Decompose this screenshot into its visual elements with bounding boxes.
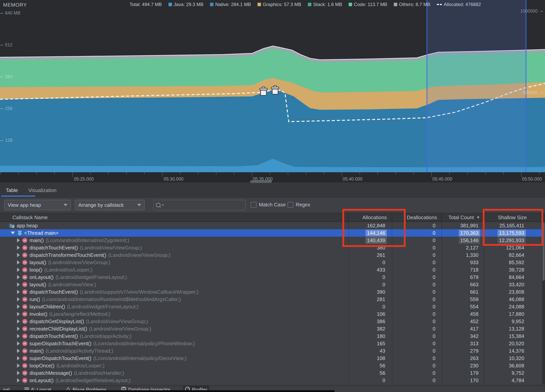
table-row[interactable]: mmain()(Lcom/android/internal/os/ZygoteI…	[0, 237, 542, 244]
expand-icon[interactable]	[17, 253, 20, 257]
table-row[interactable]: mloopOnce()(Landroid/os/Looper;)56023036…	[0, 362, 542, 369]
legend-label: Allocated: 476882	[444, 2, 481, 7]
table-row[interactable]: mdispatchTouchEvent()(Landroid/app/Activ…	[0, 332, 542, 340]
search-options-caret-icon[interactable]	[162, 205, 164, 206]
deallocations-cell: 0	[392, 266, 441, 274]
svg-text:m: m	[24, 334, 26, 338]
arrange-select-dropdown[interactable]: Arrange by callstack	[75, 200, 145, 210]
time-label: 05:40.000	[343, 176, 362, 182]
allocations-cell: 108	[348, 355, 392, 362]
cell-value: 417	[469, 325, 480, 332]
expand-icon[interactable]	[17, 319, 20, 324]
cell-value: 0	[431, 259, 437, 266]
cell-value: 0	[431, 289, 437, 295]
allocations-cell: 56	[348, 362, 392, 369]
expand-icon[interactable]	[17, 327, 20, 331]
method-icon: m	[22, 245, 28, 250]
table-row[interactable]: mdispatchGetDisplayList()(Landroid/view/…	[0, 318, 542, 325]
range-selection-overlay[interactable]	[427, 0, 526, 173]
svg-text:m: m	[24, 261, 26, 264]
thread-icon	[17, 230, 22, 236]
cell-value: 9,752	[510, 370, 526, 376]
time-tick	[288, 172, 288, 175]
class-name: (Landroid/view/ViewGroup;)	[89, 326, 151, 332]
allocations-cell: 390	[348, 288, 392, 296]
table-row[interactable]: mrecreateChildDisplayList()(Landroid/vie…	[0, 325, 542, 332]
expand-icon[interactable]	[17, 268, 20, 272]
table-row[interactable]: <Thread main>144,1460170,36313,175,593	[0, 229, 542, 237]
column-header-callstack[interactable]: Callstack Name	[0, 213, 348, 222]
table-row[interactable]: monLayout()(Landroid/widget/RelativeLayo…	[0, 377, 542, 384]
shallow-size-cell: 24,088	[484, 303, 542, 310]
expand-icon[interactable]	[17, 334, 20, 338]
total-count-cell: 179	[441, 369, 484, 377]
search-input[interactable]	[153, 200, 246, 210]
regex-option[interactable]: Regex	[288, 202, 310, 208]
shallow-size-cell: 33,420	[484, 281, 542, 288]
table-row[interactable]: mloop()(Landroid/os/Looper;)433071839,72…	[0, 266, 542, 274]
horizontal-scrollbar[interactable]	[250, 180, 272, 183]
deallocations-cell: 0	[392, 355, 441, 362]
table-row[interactable]: mlayoutChildren()(Landroid/widget/FrameL…	[0, 303, 542, 310]
table-row[interactable]: mlayout()(Landroid/view/ViewGroup;)00933…	[0, 259, 542, 266]
table-row[interactable]: msuperDispatchTouchEvent()(Lcom/android/…	[0, 340, 542, 347]
expand-icon[interactable]	[17, 290, 20, 294]
column-header-total-count[interactable]: Total Count ▼	[441, 213, 484, 222]
expand-icon[interactable]	[17, 238, 20, 243]
total-count-cell: 342	[441, 332, 484, 340]
svg-text:m: m	[24, 246, 26, 250]
expand-icon[interactable]	[17, 305, 20, 309]
class-name: (Landroid/widget/RelativeLayout;)	[56, 377, 130, 383]
cell-value: 0	[431, 377, 437, 384]
axis-tick	[0, 77, 3, 77]
time-label: 05:50.000	[522, 176, 542, 182]
expand-icon[interactable]	[17, 260, 20, 265]
shallow-size-cell: 14,376	[484, 347, 542, 355]
heap-select-dropdown[interactable]: View app heap	[4, 200, 71, 210]
tab-table[interactable]: Table	[6, 187, 18, 193]
legend-label: Graphics: 57.3 MB	[263, 2, 301, 7]
table-row[interactable]: mdispatchMessage()(Landroid/os/Handler;)…	[0, 369, 542, 377]
expand-icon[interactable]	[17, 246, 20, 250]
callstack-name-cell: mdispatchTouchEvent()(Landroid/app/Activ…	[0, 332, 348, 340]
expand-icon[interactable]	[17, 356, 20, 360]
cell-value: 15,384	[507, 333, 526, 340]
collapse-icon[interactable]	[11, 232, 15, 234]
expand-icon[interactable]	[17, 341, 20, 346]
table-row[interactable]: mlayout()(Landroid/view/View;)0066333,42…	[0, 281, 542, 288]
table-row[interactable]: monLayout()(Landroid/widget/FrameLayout;…	[0, 274, 542, 281]
table-row[interactable]: mdispatchTransformedTouchEvent()(Landroi…	[0, 251, 542, 259]
expand-icon[interactable]	[17, 363, 20, 368]
table-row[interactable]: msuperDispatchTouchEvent()(Lcom/android/…	[0, 355, 542, 362]
table-row[interactable]: minvoke()(Ljava/lang/reflect/Method;)106…	[0, 310, 542, 318]
allocations-cell: 0	[348, 303, 392, 310]
expand-icon[interactable]	[17, 282, 20, 287]
expand-icon[interactable]	[17, 275, 20, 279]
table-row[interactable]: mdispatchTouchEvent()(Landroid/support/v…	[0, 288, 542, 296]
gc-event-icon[interactable]	[272, 86, 279, 94]
expand-icon[interactable]	[17, 378, 20, 382]
regex-checkbox[interactable]	[288, 202, 293, 208]
gc-event-icon[interactable]	[260, 87, 267, 95]
cell-value: 661	[469, 289, 480, 295]
tab-visualization[interactable]: Visualization	[28, 187, 57, 193]
expand-icon[interactable]	[17, 371, 20, 375]
table-row[interactable]: mmain()(Landroid/app/ActivityThread;)430…	[0, 347, 542, 355]
expand-icon[interactable]	[17, 297, 20, 301]
table-row[interactable]: mdispatchTouchEvent()(Landroid/view/View…	[0, 244, 542, 251]
match-case-option[interactable]: Match Case	[251, 202, 286, 208]
shallow-size-cell: 17,880	[484, 310, 542, 318]
class-name: (Landroid/view/View;)	[48, 282, 96, 288]
method-name: <Thread main>	[24, 230, 58, 236]
total-count-cell: 230	[441, 362, 484, 369]
cell-value: 13,128	[507, 325, 526, 332]
expand-icon[interactable]	[17, 312, 20, 316]
table-row[interactable]: mrun()(Lcom/android/internal/os/RuntimeI…	[0, 296, 542, 303]
time-tick	[72, 172, 73, 177]
callstack-name-cell: mmain()(Lcom/android/internal/os/ZygoteI…	[0, 237, 348, 244]
table-row[interactable]: app heap162,8480381,99125,165,411	[0, 222, 542, 229]
match-case-checkbox[interactable]	[251, 202, 256, 208]
allocations-cell: 382	[348, 325, 392, 332]
expand-icon[interactable]	[17, 349, 20, 353]
callstack-name-cell: msuperDispatchTouchEvent()(Lcom/android/…	[0, 340, 348, 347]
